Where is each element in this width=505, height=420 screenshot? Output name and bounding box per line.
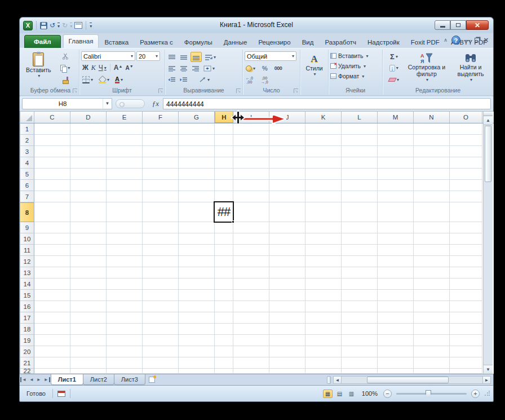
cell[interactable] — [233, 324, 269, 335]
cell[interactable] — [269, 312, 305, 324]
cell[interactable] — [269, 202, 305, 222]
cell[interactable] — [215, 335, 233, 346]
cell[interactable] — [233, 146, 269, 157]
page-break-view-button[interactable]: ▥ — [347, 390, 356, 398]
cell[interactable] — [414, 245, 450, 256]
zoom-slider[interactable] — [396, 393, 467, 395]
cell[interactable] — [70, 312, 107, 324]
cell[interactable] — [269, 346, 305, 357]
cell[interactable] — [107, 335, 143, 346]
styles-button[interactable]: А Стили ▾ — [302, 52, 326, 78]
column-header[interactable]: L — [342, 112, 378, 123]
cell[interactable] — [34, 301, 70, 312]
cell[interactable] — [143, 290, 179, 301]
cell[interactable] — [378, 256, 414, 267]
name-box-dropdown-icon[interactable]: ▼ — [103, 99, 112, 109]
cell[interactable] — [342, 202, 378, 222]
ribbon-tab[interactable]: Данные — [218, 36, 253, 48]
cell[interactable] — [450, 157, 482, 169]
cell[interactable] — [342, 357, 378, 369]
cell[interactable] — [450, 290, 482, 301]
cell[interactable] — [70, 278, 107, 290]
cell[interactable] — [342, 267, 378, 278]
cell[interactable] — [269, 278, 305, 290]
cell[interactable] — [70, 256, 107, 267]
cell[interactable] — [215, 157, 233, 169]
cell[interactable] — [143, 135, 179, 146]
cell[interactable] — [269, 169, 305, 180]
cell[interactable] — [269, 324, 305, 335]
sheet-tab[interactable]: Лист2 — [83, 374, 114, 385]
cell[interactable] — [70, 290, 107, 301]
last-sheet-icon[interactable]: ► — [44, 377, 48, 382]
scroll-right-icon[interactable]: ► — [482, 376, 491, 384]
cell[interactable] — [233, 191, 269, 202]
cell[interactable] — [414, 146, 450, 157]
dialog-launcher-icon[interactable] — [236, 89, 241, 93]
cell[interactable] — [414, 202, 450, 222]
paste-button[interactable]: Вставить▾ — [24, 51, 54, 86]
cell[interactable] — [215, 312, 233, 324]
increase-indent-button[interactable] — [179, 74, 189, 85]
cell[interactable] — [143, 222, 179, 233]
wrap-text-button[interactable]: ▾ — [203, 52, 217, 62]
cell[interactable] — [179, 191, 215, 202]
cell[interactable] — [107, 180, 143, 191]
horizontal-split-handle[interactable] — [327, 376, 331, 384]
cell[interactable] — [143, 346, 179, 357]
clear-button[interactable]: ▾ — [388, 75, 400, 85]
cell[interactable] — [450, 335, 482, 346]
cell[interactable] — [179, 346, 215, 357]
cell[interactable] — [414, 312, 450, 324]
cell[interactable] — [143, 267, 179, 278]
dialog-launcher-icon[interactable] — [158, 89, 163, 93]
cell[interactable] — [450, 301, 482, 312]
cell[interactable] — [179, 267, 215, 278]
cell[interactable] — [233, 290, 269, 301]
cell[interactable] — [143, 245, 179, 256]
sheet-tab[interactable]: Лист3 — [114, 374, 145, 385]
ribbon-tab[interactable]: Разметка с — [134, 36, 179, 48]
cell[interactable] — [143, 123, 179, 135]
ribbon-tab[interactable]: Надстройк — [362, 36, 405, 48]
cell[interactable] — [305, 146, 342, 157]
row-header[interactable]: 7 — [20, 191, 34, 202]
column-header[interactable]: K — [305, 112, 342, 123]
column-header[interactable]: G — [179, 112, 215, 123]
zoom-slider-thumb[interactable] — [426, 390, 431, 397]
cell[interactable] — [34, 346, 70, 357]
workbook-minimize-icon[interactable]: — — [464, 37, 471, 43]
autosum-button[interactable]: Σ▾ — [389, 51, 399, 61]
cell[interactable] — [233, 346, 269, 357]
cell[interactable] — [70, 324, 107, 335]
cell[interactable] — [215, 222, 233, 233]
number-format-select[interactable]: Общий▾ — [245, 51, 296, 61]
underline-button[interactable]: Ч▾ — [98, 63, 108, 73]
first-sheet-icon[interactable]: ◄ — [22, 377, 26, 382]
cell[interactable] — [450, 369, 482, 374]
cell[interactable] — [414, 191, 450, 202]
cell[interactable] — [70, 222, 107, 233]
cell[interactable] — [414, 169, 450, 180]
cell[interactable] — [378, 180, 414, 191]
cell[interactable] — [378, 202, 414, 222]
cell[interactable] — [305, 301, 342, 312]
cell[interactable] — [450, 123, 482, 135]
horizontal-scroll-thumb[interactable] — [367, 377, 449, 383]
select-all-corner[interactable] — [20, 112, 34, 123]
cell[interactable] — [215, 180, 233, 191]
cell[interactable] — [305, 369, 342, 374]
file-tab[interactable]: Файл — [24, 35, 61, 48]
scroll-up-icon[interactable]: ▲ — [484, 116, 493, 125]
column-header[interactable]: D — [70, 112, 107, 123]
insert-worksheet-button[interactable] — [145, 374, 160, 385]
ribbon-tab[interactable]: Главная — [63, 34, 99, 48]
cell[interactable] — [450, 256, 482, 267]
align-left-button[interactable] — [167, 63, 177, 73]
cell[interactable] — [233, 357, 269, 369]
cell[interactable] — [342, 335, 378, 346]
increase-decimal-button[interactable]: ←,0,00 — [245, 75, 254, 85]
cell[interactable] — [450, 267, 482, 278]
cell[interactable] — [34, 135, 70, 146]
cell[interactable] — [269, 335, 305, 346]
